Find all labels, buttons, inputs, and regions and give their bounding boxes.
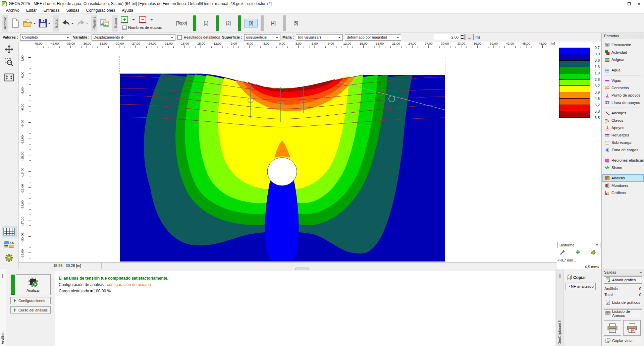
sidebar-item-monitores[interactable]: Monitores <box>602 182 644 189</box>
redo-icon <box>76 19 85 27</box>
remove-stage-caret[interactable] <box>150 19 153 22</box>
sidebar-item-gráficos[interactable]: Gráficos <box>602 189 644 196</box>
pan-button[interactable] <box>2 44 16 55</box>
svg-text:3,00: 3,00 <box>295 42 302 45</box>
sidebar-item-apoyos[interactable]: Apoyos <box>602 124 644 131</box>
panel-drag-handle[interactable] <box>2 274 3 278</box>
fit-view-button[interactable] <box>2 72 16 83</box>
salidas-collapse-button[interactable]: – <box>640 270 642 274</box>
sidebar-item-anclajes[interactable]: Anclajes <box>602 109 644 117</box>
sidebar-item-label: Apoyos <box>611 126 624 130</box>
undo-dropdown-caret[interactable] <box>71 23 74 25</box>
nails-icon <box>605 118 610 123</box>
superficie-label: Superficie : <box>222 35 242 39</box>
svg-text:0,00: 0,00 <box>279 42 285 45</box>
new-file-button[interactable] <box>9 15 22 31</box>
sidebar-item-vigas[interactable]: Vigas <box>602 77 644 84</box>
superficie-dropdown[interactable]: isosuperficie <box>244 34 280 41</box>
menu-ayuda[interactable]: Ayuda <box>118 7 137 13</box>
scale-value-input[interactable]: 2,00 <box>434 34 460 40</box>
detailed-results-checkbox[interactable] <box>177 35 182 40</box>
legend-mode-dropdown[interactable]: Uniforme <box>557 242 600 248</box>
copiar-label[interactable]: Copiar <box>567 275 586 280</box>
deformation-dropdown[interactable]: deformado por magnitud <box>345 34 401 41</box>
stage-button-1[interactable]: [1] <box>199 19 213 27</box>
analizar-button[interactable]: Analizar <box>16 274 51 295</box>
stage-button-4[interactable]: [4] <box>267 19 280 27</box>
nf-analizado-button[interactable]: > NF analizado <box>566 283 596 290</box>
add-stage-caret[interactable] <box>132 19 135 22</box>
configuraciones-button[interactable]: Configuraciones <box>10 297 51 304</box>
print-report-button[interactable] <box>623 320 641 336</box>
redo-dropdown-caret[interactable] <box>86 23 89 25</box>
sidebar-item-agua[interactable]: Agua <box>602 66 644 74</box>
settings-gear-button[interactable] <box>2 252 16 264</box>
sidebar-separator <box>604 75 642 75</box>
legend-wrench-icon[interactable] <box>559 249 566 255</box>
save-dropdown-caret[interactable] <box>48 23 51 25</box>
remove-stage-button[interactable]: − <box>139 16 146 23</box>
minimize-button[interactable] <box>614 0 624 7</box>
sidebar-item-zona-de-cargas[interactable]: Zona de cargas <box>602 146 644 154</box>
variable-dropdown[interactable]: Desplazamiento dz <box>92 34 175 41</box>
scale-more-button[interactable]: ... <box>466 34 474 40</box>
sidebar-item-actividad[interactable]: Actividad <box>602 49 644 56</box>
add-stage-button[interactable]: + <box>121 16 128 23</box>
close-button[interactable]: × <box>634 0 644 7</box>
menu-configuraciones[interactable]: Configuraciones <box>83 7 119 13</box>
scale-spinner[interactable] <box>460 34 465 40</box>
menu-editar[interactable]: Editar <box>23 7 40 13</box>
malla-dropdown[interactable]: (no visualizar) <box>296 34 343 41</box>
copy-view-icon <box>605 338 610 343</box>
menu-salidas[interactable]: Salidas <box>63 7 83 13</box>
undo-button[interactable] <box>60 15 75 31</box>
stage-names-button[interactable]: Nombres de etapas <box>121 24 163 31</box>
sidebar-item-sismo[interactable]: Sismo <box>602 164 644 171</box>
model-canvas[interactable]: -45,00-42,00-39,00-36,00-33,00-30,00-27,… <box>19 42 557 262</box>
sidebar-item-refuerzos[interactable]: Refuerzos <box>602 131 644 139</box>
redo-button[interactable] <box>75 15 90 31</box>
analysis-panel: Análisis Analizar Configuraciones Curso … <box>0 269 644 346</box>
stage-button-3[interactable]: [3] <box>244 19 258 27</box>
save-button[interactable] <box>37 15 52 31</box>
stage-button-2[interactable]: [2] <box>222 19 235 27</box>
annotation-style-button[interactable]: Ab <box>2 239 16 250</box>
add-graphic-button[interactable]: Añadir gráfico <box>604 276 642 284</box>
zoom-select-button[interactable] <box>2 56 16 68</box>
stage-button-Topo[interactable]: [Topo] <box>172 19 190 27</box>
print-button[interactable] <box>604 320 621 336</box>
copiar-vista-button[interactable]: Copiar vista <box>604 337 642 344</box>
sidebar-item-clavos[interactable]: Clavos <box>602 117 644 124</box>
sidebar-item-contactos[interactable]: Contactos <box>602 84 644 92</box>
maximize-button[interactable] <box>624 0 634 7</box>
stage-names-icon <box>122 25 127 30</box>
sidebar-item-regiones-elásticas[interactable]: Regiones elásticas <box>602 157 644 164</box>
splitter-grip[interactable] <box>295 268 309 270</box>
sidebar-item-punto-de-apoyos[interactable]: Punto de apoyos <box>602 92 644 99</box>
curso-del-analisis-button[interactable]: Curso del análisis <box>10 306 51 313</box>
salidas-panel: Salidas – Añadir gráfico Análisis :0 Tot… <box>601 269 644 346</box>
menu-entradas[interactable]: Entradas <box>40 7 63 13</box>
lista-de-graficos-button[interactable]: Lista de gráficos <box>604 299 642 306</box>
sidebar-item-label: Sismo <box>611 166 622 170</box>
stage-button-5[interactable]: [5] <box>289 19 303 27</box>
sidebar-item-análisis[interactable]: Análisis <box>602 174 644 182</box>
sidebar-item-sobrecarga[interactable]: Sobrecarga <box>602 139 644 146</box>
legend-add-icon[interactable] <box>575 249 581 255</box>
open-file-button[interactable] <box>22 15 37 31</box>
panel-drag-handle[interactable] <box>559 274 560 278</box>
sidebar-item-label: Línea de apoyos <box>611 101 640 105</box>
table-view-button[interactable] <box>2 226 16 237</box>
valores-dropdown[interactable]: Completo <box>20 34 71 41</box>
menu-archivo[interactable]: Archivo <box>3 7 23 13</box>
legend-gear-icon[interactable] <box>590 249 596 255</box>
stage-status-bar <box>283 15 286 31</box>
sidebar-item-línea-de-apoyos[interactable]: Línea de apoyos <box>602 99 644 106</box>
sidebar-item-excavación[interactable]: Excavación <box>602 41 644 49</box>
sidebar-item-asignar[interactable]: Asignar <box>602 56 644 63</box>
template-button[interactable] <box>98 15 111 31</box>
entradas-collapse-button[interactable]: – <box>640 34 642 38</box>
listado-de-anexos-button[interactable]: Listado de Anexos <box>604 309 642 317</box>
excavation-icon <box>605 43 610 48</box>
open-dropdown-caret[interactable] <box>33 23 36 25</box>
